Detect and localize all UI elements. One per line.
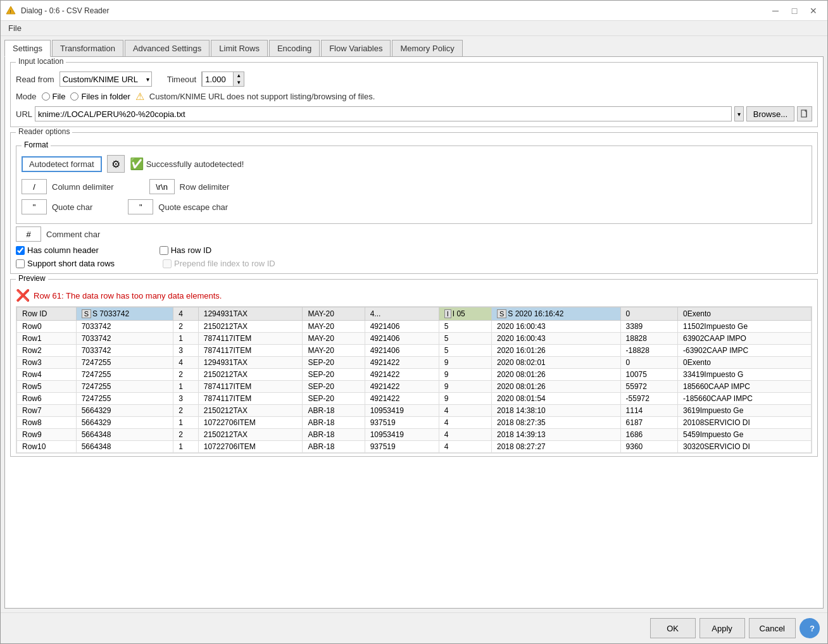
table-cell: 1 <box>173 441 198 453</box>
table-cell: 2150212TAX <box>198 429 303 441</box>
url-input[interactable]: knime://LOCAL/PERU%20-%20copia.txt <box>35 106 732 121</box>
bottom-bar: OK Apply Cancel ? <box>1 612 827 643</box>
spinner-down[interactable]: ▼ <box>234 79 244 86</box>
table-cell: Row7 <box>17 405 77 417</box>
tab-transformation[interactable]: Transformation <box>52 40 123 56</box>
table-cell: 7247255 <box>76 369 173 381</box>
col-header-rowid: Row ID <box>17 307 77 321</box>
tab-limit-rows[interactable]: Limit Rows <box>211 40 268 56</box>
tab-settings[interactable]: Settings <box>4 40 51 57</box>
quote-char-input[interactable]: " <box>22 199 47 214</box>
warning-text: Custom/KNIME URL does not support listin… <box>149 92 375 101</box>
timeout-input[interactable]: 1.000 <box>202 71 234 87</box>
tab-bar: Settings Transformation Advanced Setting… <box>4 40 824 57</box>
table-cell: 5 <box>439 345 491 357</box>
table-cell: Row10 <box>17 441 77 453</box>
table-cell: 4921406 <box>365 321 439 333</box>
preview-table-container[interactable]: Row ID SS 7033742 4 1294931TAX MAY-20 4.… <box>16 306 812 454</box>
table-cell: SEP-20 <box>303 393 365 405</box>
minimize-button[interactable]: ─ <box>767 4 784 18</box>
browse-button[interactable]: Browse... <box>746 106 794 121</box>
comment-char-input[interactable]: # <box>16 226 41 242</box>
ok-button[interactable]: OK <box>650 618 696 638</box>
file-icon-button[interactable] <box>797 106 812 121</box>
error-text: Row 61: The data row has too many data e… <box>34 291 222 300</box>
mode-file-radio-label[interactable]: File <box>42 92 66 101</box>
table-cell: ABR-18 <box>303 441 365 453</box>
col-header-7: SS 2020 16:16:42 <box>491 307 620 321</box>
preview-title: Preview <box>16 274 48 283</box>
tab-advanced[interactable]: Advanced Settings <box>125 40 210 56</box>
timeout-spinner: 1.000 ▲ ▼ <box>201 71 244 87</box>
apply-button[interactable]: Apply <box>699 618 745 638</box>
row-delim-input[interactable]: \r\n <box>149 179 175 194</box>
has-column-header-checkbox[interactable] <box>16 246 25 255</box>
autodetect-button[interactable]: Autodetect format <box>22 156 102 172</box>
tab-memory-policy[interactable]: Memory Policy <box>392 40 462 56</box>
comment-char-label: Comment char <box>46 230 100 239</box>
support-short-rows-label[interactable]: Support short data rows <box>16 259 115 268</box>
table-cell: 20108SERVICIO DI <box>677 417 811 429</box>
table-cell: 3 <box>173 345 198 357</box>
input-location-title: Input location <box>16 57 66 66</box>
table-cell: 4921406 <box>365 345 439 357</box>
url-dropdown-button[interactable]: ▾ <box>734 106 744 121</box>
table-cell: 2 <box>173 429 198 441</box>
read-from-row: Read from Custom/KNIME URL Local File Sy… <box>16 71 812 87</box>
checkboxes-row2: Support short data rows Prepend file ind… <box>16 259 812 268</box>
success-icon: ✅ <box>130 157 144 171</box>
tab-flow-variables[interactable]: Flow Variables <box>321 40 391 56</box>
gear-button[interactable]: ⚙ <box>107 155 125 173</box>
close-button[interactable]: ✕ <box>805 4 822 18</box>
support-short-rows-checkbox[interactable] <box>16 259 25 268</box>
cancel-button[interactable]: Cancel <box>749 618 796 638</box>
mode-file-radio[interactable] <box>42 92 50 101</box>
table-cell: 9 <box>439 393 491 405</box>
table-cell: Row6 <box>17 393 77 405</box>
table-cell: 7247255 <box>76 393 173 405</box>
table-cell: 4 <box>439 405 491 417</box>
table-cell: 2018 14:39:13 <box>491 429 620 441</box>
autodetect-row: Autodetect format ⚙ ✅ Successfully autod… <box>22 155 806 173</box>
mode-folder-radio[interactable] <box>70 92 78 101</box>
quote-escape-input[interactable]: " <box>128 199 153 214</box>
spinner-up[interactable]: ▲ <box>234 72 244 79</box>
has-row-id-label[interactable]: Has row ID <box>160 245 211 255</box>
tab-encoding[interactable]: Encoding <box>269 40 320 56</box>
col-delim-input[interactable]: / <box>22 179 47 194</box>
table-cell: Row9 <box>17 429 77 441</box>
table-cell: ABR-18 <box>303 417 365 429</box>
table-cell: 63902CAAP IMPO <box>677 333 811 345</box>
mode-folder-radio-label[interactable]: Files in folder <box>70 92 130 101</box>
table-cell: -63902CAAP IMPC <box>677 345 811 357</box>
table-row: Row105664348110722706ITEMABR-18937519420… <box>17 441 812 453</box>
read-from-select[interactable]: Custom/KNIME URL Local File System Relat… <box>60 71 152 87</box>
table-cell: Row8 <box>17 417 77 429</box>
autodetect-success: ✅ Successfully autodetected! <box>130 157 244 171</box>
prepend-file-index-label: Prepend file index to row ID <box>163 259 275 268</box>
maximize-button[interactable]: □ <box>786 4 803 18</box>
table-cell: 185660CAAP IMPC <box>677 381 811 393</box>
table-cell: 9 <box>439 369 491 381</box>
error-icon: ❌ <box>16 288 30 302</box>
table-cell: Row4 <box>17 369 77 381</box>
table-cell: 18828 <box>620 333 677 345</box>
title-bar-left: ! Dialog - 0:6 - CSV Reader <box>6 6 109 16</box>
table-cell: 5664348 <box>76 441 173 453</box>
table-cell: 2020 16:00:43 <box>491 333 620 345</box>
table-cell: SEP-20 <box>303 381 365 393</box>
table-cell: 7874117ITEM <box>198 381 303 393</box>
help-button[interactable]: ? <box>800 618 820 638</box>
format-content: Autodetect format ⚙ ✅ Successfully autod… <box>16 146 812 223</box>
url-label: URL <box>16 109 32 119</box>
input-location-group: Input location Read from Custom/KNIME UR… <box>10 62 818 127</box>
table-cell: 10722706ITEM <box>198 417 303 429</box>
menu-file[interactable]: File <box>3 22 27 34</box>
has-column-header-label[interactable]: Has column header <box>16 245 99 255</box>
table-cell: 9 <box>439 381 491 393</box>
table-cell: 2018 08:27:27 <box>491 441 620 453</box>
table-cell: ABR-18 <box>303 405 365 417</box>
has-row-id-checkbox[interactable] <box>160 246 168 255</box>
table-cell: 7874117ITEM <box>198 393 303 405</box>
table-cell: 937519 <box>365 417 439 429</box>
